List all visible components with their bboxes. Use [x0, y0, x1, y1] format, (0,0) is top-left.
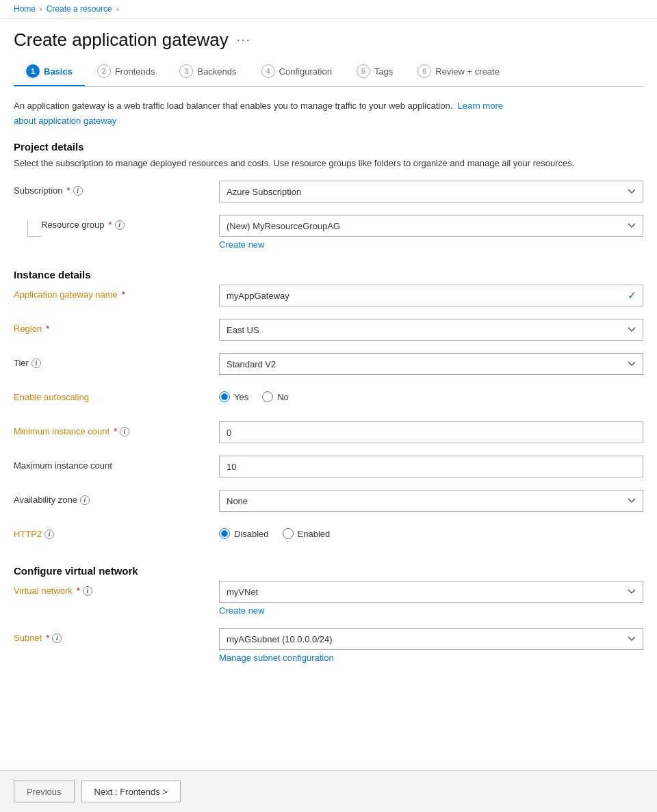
- region-row: Region * East US: [14, 319, 643, 341]
- availability-control: None: [219, 490, 643, 512]
- tier-label: Tier i: [14, 353, 219, 368]
- tab-tags-number: 5: [357, 64, 370, 78]
- about-app-gateway-link[interactable]: about application gateway: [14, 116, 116, 126]
- breadcrumb-home[interactable]: Home: [14, 4, 36, 14]
- learn-more-link[interactable]: Learn more: [457, 101, 502, 111]
- tab-frontends-number: 2: [97, 64, 111, 78]
- tab-backends-number: 3: [179, 64, 193, 78]
- virtual-network-header: Configure virtual network: [14, 565, 643, 577]
- subscription-info-icon[interactable]: i: [73, 186, 83, 196]
- autoscaling-no-radio[interactable]: [262, 391, 273, 402]
- subscription-control: Azure Subscription: [219, 181, 643, 202]
- availability-row: Availability zone i None: [14, 490, 643, 512]
- max-count-row: Maximum instance count: [14, 456, 643, 477]
- http2-info-icon[interactable]: i: [44, 529, 54, 539]
- resource-group-create-new[interactable]: Create new: [219, 239, 643, 250]
- subnet-info-icon[interactable]: i: [52, 633, 62, 643]
- gateway-name-check-icon: ✓: [628, 289, 636, 302]
- subscription-select[interactable]: Azure Subscription: [219, 181, 643, 202]
- http2-label: HTTP2 i: [14, 524, 219, 539]
- tier-select[interactable]: Standard V2: [219, 353, 643, 375]
- gateway-name-control: ✓: [219, 285, 643, 306]
- gateway-name-label: Application gateway name *: [14, 285, 219, 300]
- autoscaling-label: Enable autoscaling: [14, 387, 219, 402]
- subnet-row: Subnet * i myAGSubnet (10.0.0.0/24) Mana…: [14, 628, 643, 663]
- tab-configuration-number: 4: [261, 64, 275, 78]
- http2-enabled-option[interactable]: Enabled: [283, 528, 331, 539]
- autoscaling-yes-option[interactable]: Yes: [219, 391, 248, 402]
- tab-frontends[interactable]: 2 Frontends: [85, 57, 168, 86]
- min-count-info-icon[interactable]: i: [120, 427, 129, 436]
- max-count-input[interactable]: [219, 456, 643, 477]
- autoscaling-radio-group: Yes No: [219, 387, 643, 402]
- wizard-tabs: 1 Basics 2 Frontends 3 Backends 4 Config…: [14, 57, 643, 87]
- http2-enabled-label: Enabled: [298, 529, 331, 539]
- region-control: East US: [219, 319, 643, 341]
- tab-tags-label: Tags: [374, 66, 393, 77]
- http2-disabled-radio[interactable]: [219, 528, 230, 539]
- autoscaling-row: Enable autoscaling Yes No: [14, 387, 643, 409]
- instance-details-header: Instance details: [14, 269, 643, 280]
- vnet-select[interactable]: myVNet: [219, 581, 643, 603]
- resource-group-info-icon[interactable]: i: [115, 220, 125, 230]
- autoscaling-no-label: No: [277, 392, 289, 402]
- manage-subnet-link[interactable]: Manage subnet configuration: [219, 653, 643, 663]
- max-count-label: Maximum instance count: [14, 456, 219, 471]
- resource-group-control: (New) MyResourceGroupAG Create new: [219, 215, 643, 250]
- tab-backends[interactable]: 3 Backends: [167, 57, 248, 86]
- breadcrumb: Home › Create a resource ›: [14, 4, 643, 14]
- previous-button[interactable]: Previous: [14, 781, 75, 802]
- autoscaling-no-option[interactable]: No: [262, 391, 289, 402]
- gateway-name-input[interactable]: [219, 285, 643, 306]
- subscription-required: *: [67, 185, 70, 196]
- vnet-required: *: [77, 586, 80, 596]
- tab-tags[interactable]: 5 Tags: [344, 57, 405, 86]
- tab-frontends-label: Frontends: [115, 66, 155, 77]
- tab-basics-number: 1: [26, 64, 40, 78]
- subnet-select[interactable]: myAGSubnet (10.0.0.0/24): [219, 628, 643, 650]
- gateway-name-row: Application gateway name * ✓: [14, 285, 643, 306]
- tab-basics[interactable]: 1 Basics: [14, 57, 85, 86]
- ellipsis-button[interactable]: ···: [237, 33, 251, 47]
- subscription-label: Subscription * i: [14, 181, 219, 196]
- http2-enabled-radio[interactable]: [283, 528, 294, 539]
- description-text: An application gateway is a web traffic …: [14, 99, 643, 113]
- vnet-info-icon[interactable]: i: [83, 586, 92, 596]
- tab-review-create[interactable]: 6 Review + create: [405, 57, 512, 86]
- tab-review-number: 6: [417, 64, 431, 78]
- resource-group-label: Resource group * i: [41, 215, 219, 230]
- project-details-header: Project details: [14, 141, 643, 153]
- breadcrumb-sep1: ›: [40, 5, 42, 13]
- availability-info-icon[interactable]: i: [80, 495, 90, 505]
- gateway-name-required: *: [122, 289, 125, 300]
- region-select[interactable]: East US: [219, 319, 643, 341]
- min-count-input[interactable]: [219, 421, 643, 443]
- vnet-control: myVNet Create new: [219, 581, 643, 616]
- region-required: *: [46, 324, 49, 334]
- tab-configuration[interactable]: 4 Configuration: [249, 57, 344, 86]
- subnet-label: Subnet * i: [14, 628, 219, 643]
- breadcrumb-create-resource[interactable]: Create a resource: [47, 4, 112, 14]
- autoscaling-yes-radio[interactable]: [219, 391, 230, 402]
- resource-group-select[interactable]: (New) MyResourceGroupAG: [219, 215, 643, 237]
- http2-radio-group: Disabled Enabled: [219, 524, 643, 539]
- next-button[interactable]: Next : Frontends >: [81, 781, 181, 802]
- subnet-control: myAGSubnet (10.0.0.0/24) Manage subnet c…: [219, 628, 643, 663]
- min-count-label: Minimum instance count * i: [14, 421, 219, 436]
- http2-disabled-label: Disabled: [234, 529, 269, 539]
- min-count-required: *: [114, 426, 117, 436]
- http2-disabled-option[interactable]: Disabled: [219, 528, 269, 539]
- region-label: Region *: [14, 319, 219, 334]
- tab-backends-label: Backends: [197, 66, 236, 77]
- tier-info-icon[interactable]: i: [31, 358, 41, 368]
- min-count-row: Minimum instance count * i: [14, 421, 643, 443]
- vnet-row: Virtual network * i myVNet Create new: [14, 581, 643, 616]
- max-count-control: [219, 456, 643, 477]
- tier-control: Standard V2: [219, 353, 643, 375]
- availability-label: Availability zone i: [14, 490, 219, 505]
- tab-basics-label: Basics: [44, 66, 73, 77]
- project-details-desc: Select the subscription to manage deploy…: [14, 157, 643, 170]
- availability-select[interactable]: None: [219, 490, 643, 512]
- vnet-create-new[interactable]: Create new: [219, 605, 643, 616]
- subnet-required: *: [46, 633, 49, 643]
